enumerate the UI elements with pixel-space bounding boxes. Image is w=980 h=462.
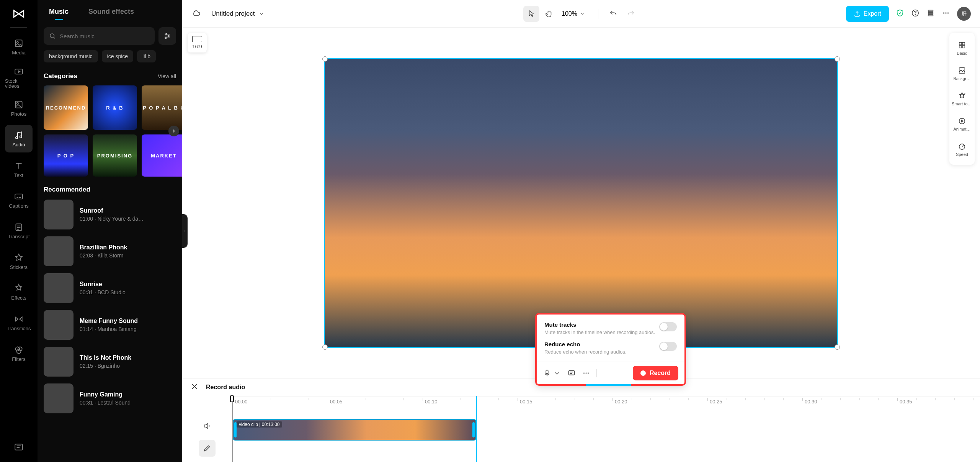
redo-button[interactable] — [623, 6, 639, 22]
prop-speed[interactable]: Speed — [951, 137, 973, 162]
prop-animation[interactable]: Animat… — [951, 112, 973, 136]
prop-basic[interactable]: Basic — [951, 36, 973, 61]
rail-settings-icon[interactable] — [14, 442, 24, 454]
rail-audio[interactable]: Audio — [5, 125, 33, 152]
resize-handle-bl[interactable] — [322, 344, 328, 350]
help-icon[interactable] — [911, 9, 920, 19]
svg-point-36 — [943, 12, 944, 13]
rail-label: Photos — [11, 111, 26, 116]
rail-text[interactable]: Text — [5, 156, 33, 183]
user-avatar[interactable]: 肝 — [957, 7, 971, 21]
music-search-input[interactable] — [60, 33, 149, 39]
layers-icon[interactable] — [926, 9, 935, 19]
track-mute-button[interactable] — [199, 418, 216, 434]
track-item[interactable]: Sunrise00:31 · BCD Studio — [44, 273, 176, 303]
more-icon[interactable] — [942, 9, 950, 19]
clip-trim-left[interactable] — [234, 422, 237, 437]
category-card[interactable]: MARKET — [142, 134, 186, 177]
track-title: Funny Gaming — [80, 391, 131, 398]
rail-transitions[interactable]: Transitions — [5, 309, 33, 336]
filters-icon — [14, 345, 24, 355]
rail-photos[interactable]: Photos — [5, 94, 33, 122]
teleprompter-button[interactable] — [567, 369, 576, 377]
microphone-icon — [543, 369, 551, 377]
undo-button[interactable] — [605, 6, 621, 22]
text-icon — [14, 161, 24, 171]
rail-transcript[interactable]: Transcript — [5, 217, 33, 244]
zoom-value: 100% — [562, 10, 577, 17]
category-card[interactable]: P O P A L B U — [142, 85, 186, 130]
collapse-panel-handle[interactable] — [182, 214, 188, 248]
close-record-panel[interactable] — [191, 383, 198, 392]
svg-point-45 — [959, 118, 965, 124]
rail-effects[interactable]: Effects — [5, 278, 33, 306]
resize-handle-br[interactable] — [835, 344, 840, 350]
chip[interactable]: ice spice — [102, 50, 133, 62]
track-item[interactable]: Funny Gaming00:31 · Lestari Sound — [44, 383, 176, 413]
hand-tool[interactable] — [541, 6, 557, 22]
aspect-ratio-badge[interactable]: 16:9 — [188, 33, 207, 52]
svg-rect-10 — [15, 194, 23, 199]
prop-smart[interactable]: Smart tools — [951, 87, 973, 111]
record-button[interactable]: Record — [633, 366, 678, 380]
rail-stickers[interactable]: Stickers — [5, 247, 33, 275]
svg-rect-34 — [928, 12, 933, 14]
cloud-sync-icon[interactable] — [191, 8, 201, 19]
track-item[interactable]: Meme Funny Sound01:14 · Manhoa Bintang — [44, 310, 176, 340]
track-subtitle: 02:03 · Killa Storm — [80, 252, 127, 259]
timeline-tracks[interactable]: video clip | 00:13:00 — [232, 408, 980, 462]
category-card[interactable]: PROMISING — [93, 134, 137, 177]
timeline-cursor[interactable] — [476, 396, 477, 462]
project-name-text: Untitled project — [211, 10, 255, 18]
svg-point-57 — [588, 373, 589, 374]
track-subtitle: 00:31 · Lestari Sound — [80, 400, 131, 406]
filter-button[interactable] — [158, 27, 176, 45]
export-button[interactable]: Export — [846, 6, 889, 22]
reduce-echo-toggle[interactable] — [659, 342, 677, 351]
track-item[interactable]: Sunroof01:00 · Nicky Youre & da… — [44, 200, 176, 229]
rail-media[interactable]: Media — [5, 33, 33, 61]
record-more-button[interactable] — [582, 369, 590, 377]
category-card[interactable]: RECOMMEND — [44, 85, 88, 130]
svg-point-55 — [583, 373, 585, 374]
tab-sound-effects[interactable]: Sound effects — [88, 8, 134, 20]
video-clip[interactable]: video clip | 00:13:00 — [233, 419, 476, 441]
rail-captions[interactable]: Captions — [5, 186, 33, 214]
svg-rect-35 — [928, 14, 933, 16]
svg-rect-43 — [959, 68, 965, 74]
rail-label: Media — [12, 50, 25, 55]
select-tool[interactable] — [523, 6, 539, 22]
track-item[interactable]: Brazillian Phonk02:03 · Killa Storm — [44, 236, 176, 266]
shield-icon[interactable] — [896, 9, 904, 19]
rail-filters[interactable]: Filters — [5, 339, 33, 367]
top-bar: Untitled project 100% Export — [182, 0, 980, 28]
view-all-link[interactable]: View all — [158, 73, 176, 79]
music-search-box[interactable] — [44, 27, 155, 45]
chevron-down-icon — [580, 11, 585, 16]
preview-canvas[interactable] — [324, 58, 838, 348]
microphone-select[interactable] — [543, 369, 561, 377]
track-subtitle: 01:14 · Manhoa Bintang — [80, 326, 138, 332]
svg-point-28 — [166, 33, 167, 34]
track-edit-button[interactable] — [199, 440, 216, 457]
mute-tracks-toggle[interactable] — [659, 322, 677, 331]
chip[interactable]: lil b — [137, 50, 156, 62]
categories-next-button[interactable] — [168, 126, 179, 136]
resize-handle-tl[interactable] — [322, 56, 328, 62]
category-card[interactable]: P O P — [44, 134, 88, 177]
upload-icon — [854, 10, 861, 17]
prop-background[interactable]: Backgr… — [951, 61, 973, 86]
tab-music[interactable]: Music — [49, 8, 69, 20]
category-card[interactable]: R & B — [93, 85, 137, 130]
project-name[interactable]: Untitled project — [211, 10, 265, 18]
track-item[interactable]: This Is Not Phonk02:15 · Bgnzinho — [44, 347, 176, 377]
svg-point-38 — [947, 12, 949, 13]
stickers-icon — [14, 253, 24, 263]
rail-stock[interactable]: Stock videos — [5, 64, 33, 91]
track-title: This Is Not Phonk — [80, 354, 131, 361]
chip[interactable]: background music — [44, 50, 98, 62]
resize-handle-tr[interactable] — [835, 56, 840, 62]
app-logo[interactable] — [8, 3, 29, 24]
clip-trim-right[interactable] — [472, 422, 475, 437]
zoom-dropdown[interactable]: 100% — [562, 10, 585, 17]
